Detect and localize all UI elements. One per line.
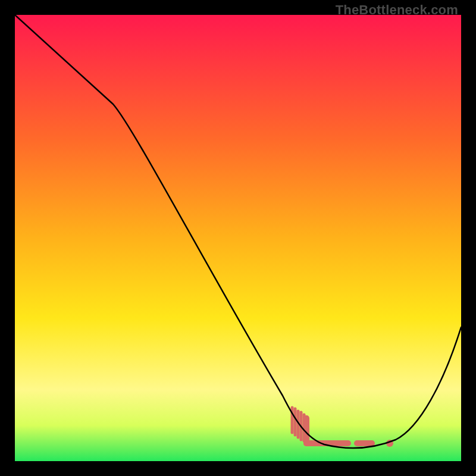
bottleneck-curve [15, 15, 461, 448]
chart-frame [15, 15, 461, 461]
watermark-text: TheBottleneck.com [336, 2, 458, 18]
chart-overlay [15, 15, 461, 461]
